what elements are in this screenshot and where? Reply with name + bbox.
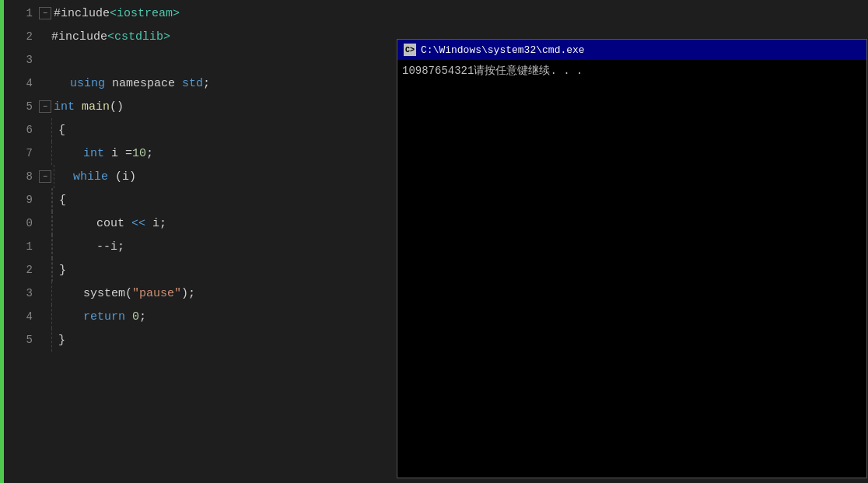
line-num-11: 1 (4, 235, 33, 258)
code-line-12: } (39, 258, 389, 282)
guide-11 (52, 258, 53, 282)
line-num-7: 7 (4, 142, 33, 165)
cmd-output: 10987654321请按任意键继续. . . (402, 63, 862, 79)
guide-7 (52, 212, 53, 235)
collapse-icon-1[interactable]: − (39, 7, 51, 19)
line-num-15: 5 (4, 328, 33, 352)
collapse-icon-8[interactable]: − (39, 170, 51, 183)
code-line-10: cout << i; (39, 212, 389, 235)
line-num-6: 6 (4, 118, 33, 142)
guide-14 (51, 328, 52, 352)
cmd-window[interactable]: C> C:\Windows\system32\cmd.exe 109876543… (397, 39, 867, 478)
main-container: 1 2 3 4 5 6 7 8 9 0 1 2 3 4 5 − #include… (0, 0, 868, 483)
code-editor: 1 2 3 4 5 6 7 8 9 0 1 2 3 4 5 − #include… (0, 0, 389, 483)
line-num-5: 5 (4, 95, 33, 118)
line-num-2: 2 (4, 25, 33, 48)
code-line-9: { (39, 188, 389, 212)
line-num-1: 1 (4, 2, 33, 25)
collapse-icon-5[interactable]: − (39, 100, 51, 113)
code-line-4: using namespace std ; (39, 72, 389, 95)
guide-12 (51, 282, 52, 305)
code-line-5: − int main () (39, 95, 389, 118)
code-line-6: { (39, 118, 389, 142)
guide-2 (51, 142, 52, 165)
code-line-1: − #include<iostream> (39, 2, 389, 25)
code-line-3 (39, 48, 389, 72)
line-num-14: 4 (4, 305, 33, 328)
code-line-13: system( "pause" ); (39, 282, 389, 305)
cmd-title: C:\Windows\system32\cmd.exe (421, 44, 585, 56)
code-content-area[interactable]: − #include<iostream> #include<cstdlib> u… (39, 0, 389, 483)
line-num-10: 0 (4, 212, 33, 235)
cmd-content: 10987654321请按任意键继续. . . (397, 60, 866, 478)
guide-5 (52, 188, 53, 212)
code-line-7: int i = 10 ; (39, 142, 389, 165)
guide-3 (54, 165, 54, 188)
code-line-15: } (39, 328, 389, 352)
code-line-2: #include<cstdlib> (39, 25, 389, 48)
code-line-8: − while (i) (39, 165, 389, 188)
cmd-icon: C> (404, 44, 416, 56)
line-num-13: 3 (4, 282, 33, 305)
line-numbers: 1 2 3 4 5 6 7 8 9 0 1 2 3 4 5 (4, 0, 39, 483)
line-num-9: 9 (4, 188, 33, 212)
code-line-14: return 0 ; (39, 305, 389, 328)
code-line-11: --i; (39, 235, 389, 258)
line-num-8: 8 (4, 165, 33, 188)
line-num-4: 4 (4, 72, 33, 95)
cmd-titlebar: C> C:\Windows\system32\cmd.exe (397, 40, 866, 60)
guide-1 (51, 118, 52, 142)
line-num-3: 3 (4, 48, 33, 72)
guide-13 (51, 305, 52, 328)
line-num-12: 2 (4, 258, 33, 282)
guide-9 (52, 235, 53, 258)
